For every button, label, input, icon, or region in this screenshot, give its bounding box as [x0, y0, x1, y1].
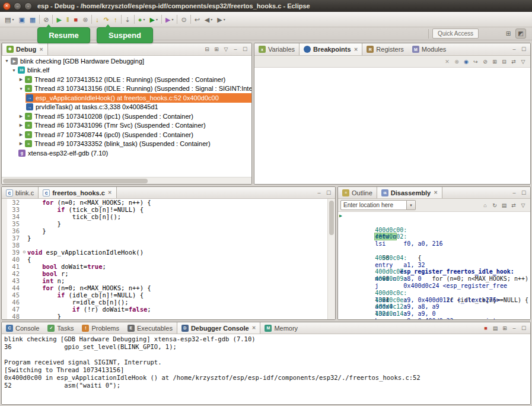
save-all-button[interactable]: ▦ ▾ — [27, 14, 38, 26]
tree-expander-icon[interactable]: ▶ — [18, 77, 24, 82]
minimize-icon[interactable]: – — [231, 45, 240, 54]
breakpoints-content[interactable] — [254, 68, 530, 184]
folding-gutter[interactable]: ⊖ — [21, 306, 27, 313]
home-icon[interactable]: ⌂ — [480, 201, 490, 210]
refresh-icon[interactable]: ↻ — [490, 201, 499, 210]
debug-tree-item[interactable]: esp_vApplicationIdleHook() at freertos_h… — [2, 93, 251, 103]
folding-gutter[interactable]: ⊖ — [21, 199, 27, 206]
disassembly-listing[interactable]: ▶ 400d0c00: retw.n ▶ 400d0c02: lsi f0, a… — [338, 212, 530, 319]
close-tab-icon[interactable]: ✕ — [108, 190, 112, 195]
step-into-button[interactable]: ↓ ▾ — [93, 14, 101, 26]
view-menu-icon[interactable]: ▽ — [518, 201, 528, 210]
folding-gutter[interactable]: ⊖ — [21, 313, 27, 319]
show-source-icon[interactable]: ▤ — [499, 201, 509, 210]
open-console-icon[interactable]: ⊞ — [500, 323, 509, 333]
remove-selected-breakpoints-icon[interactable]: ✕ — [442, 57, 452, 66]
console-output[interactable]: blink checking [GDB Hardware Debugging] … — [2, 334, 530, 404]
disconnect-button[interactable]: ⊗ ▾ — [80, 14, 90, 26]
folding-gutter[interactable]: ⊖ — [21, 291, 27, 299]
disassembly-tab[interactable]: Disassembly ✕ — [377, 187, 442, 198]
external-tools-button[interactable]: ▶ ▾ — [163, 14, 176, 26]
resume-button[interactable]: ▶ ▾ — [54, 14, 63, 26]
go-to-file-for-breakpoint-icon[interactable]: ↪ — [471, 57, 480, 66]
tree-expander-icon[interactable]: ▼ — [18, 87, 24, 91]
debug-tree-hscrollbar[interactable] — [2, 177, 251, 184]
folding-gutter[interactable]: ⊖ — [21, 270, 27, 277]
maximize-icon[interactable]: ☐ — [324, 188, 333, 198]
folding-gutter[interactable]: ⊖ — [21, 213, 27, 220]
hscrollbar-thumb[interactable] — [3, 179, 148, 183]
step-over-button[interactable]: ↷ ▾ — [101, 14, 112, 26]
debug-perspective-icon[interactable]: ◩ — [515, 28, 526, 39]
tasks-tab[interactable]: Tasks ✕ — [43, 322, 78, 334]
collapse-all-icon[interactable]: ⊟ — [202, 45, 212, 54]
debug-tab[interactable]: Debug ✕ — [2, 43, 48, 55]
display-selected-console-icon[interactable]: ▤ — [490, 323, 500, 333]
minimize-icon[interactable]: – — [509, 188, 519, 198]
editor-vscrollbar[interactable] — [327, 199, 335, 319]
tree-expander-icon[interactable]: ▼ — [4, 59, 10, 63]
vscrollbar-thumb[interactable] — [329, 201, 334, 235]
modules-tab[interactable]: Modules ✕ — [408, 43, 451, 55]
memory-tab[interactable]: Memory ✕ — [260, 322, 302, 334]
save-button[interactable]: ▣ ▾ — [16, 14, 27, 26]
debugger-console-tab[interactable]: Debugger Console ✕ — [177, 322, 261, 334]
debug-tree-item[interactable]: ▼ blink.elf — [2, 66, 251, 75]
view-management-icon[interactable]: ⊞ — [212, 45, 221, 54]
close-tab-icon[interactable]: ✕ — [39, 47, 43, 52]
registers-tab[interactable]: Registers ✕ — [362, 43, 407, 55]
debug-tree-item[interactable]: ▶ Thread #5 1073410208 (ipc1) (Suspended… — [2, 112, 251, 121]
minimize-icon[interactable]: – — [509, 45, 519, 54]
skip-all-breakpoints-icon[interactable]: ⊘ — [480, 57, 490, 66]
window-minimize-button[interactable] — [14, 2, 21, 10]
close-tab-icon[interactable]: ✕ — [434, 190, 438, 195]
view-menu-icon[interactable]: ▽ — [518, 57, 528, 66]
collapse-all-icon[interactable]: ⊟ — [499, 57, 509, 66]
step-return-button[interactable]: ↑ ▾ — [112, 14, 120, 26]
blink-c-tab[interactable]: blink.c ✕ — [2, 187, 38, 198]
debug-tree-item[interactable]: ▶ Thread #6 1073431096 (Tmr Svc) (Suspen… — [2, 121, 251, 131]
folding-gutter[interactable]: ⊖ — [21, 220, 27, 227]
tree-expander-icon[interactable]: ▶ — [18, 114, 24, 119]
folding-gutter[interactable]: ⊖ — [21, 263, 27, 270]
expand-all-icon[interactable]: ⊞ — [490, 57, 499, 66]
minimize-icon[interactable]: – — [314, 188, 324, 198]
debug-tree-item[interactable]: ▶ Thread #2 1073413512 (IDLE : Running) … — [2, 75, 251, 84]
remove-all-breakpoints-icon[interactable]: ⊗ — [452, 57, 461, 66]
instruction-stepping-button[interactable]: ⇣ ▾ — [123, 14, 133, 26]
folding-gutter[interactable]: ⊖ — [21, 299, 27, 306]
sync-with-active-debug-context-icon[interactable]: ⇄ — [509, 201, 518, 210]
problems-tab[interactable]: Problems ✕ — [78, 322, 123, 334]
fold-collapse-icon[interactable]: ⊖ — [23, 249, 26, 255]
forward-button[interactable]: ▶ ▾ — [215, 14, 227, 26]
folding-gutter[interactable]: ⊖ — [21, 234, 27, 242]
window-maximize-button[interactable] — [24, 2, 32, 10]
tree-expander-icon[interactable]: ▶ — [18, 123, 24, 128]
tree-expander-icon[interactable]: ▼ — [11, 68, 17, 72]
console-tab[interactable]: Console ✕ — [2, 322, 43, 334]
search-button[interactable]: ⊙ ▾ — [179, 14, 189, 26]
maximize-icon[interactable]: ☐ — [519, 188, 528, 198]
outline-tab[interactable]: Outline ✕ — [338, 187, 377, 198]
tree-expander-icon[interactable]: ▶ — [18, 141, 24, 146]
debug-tree-item[interactable]: ▼ Thread #3 1073413156 (IDLE : Running) … — [2, 84, 251, 94]
location-input[interactable]: Enter location here — [340, 200, 407, 210]
suspend-button[interactable]: ‖ ▾ — [64, 14, 72, 26]
skip-all-breakpoints-button[interactable]: ⊘ ▾ — [41, 14, 51, 26]
breakpoints-tab[interactable]: Breakpoints ✕ — [299, 43, 362, 55]
maximize-icon[interactable]: ☐ — [519, 323, 528, 333]
close-tab-icon[interactable]: ✕ — [354, 47, 358, 52]
folding-gutter[interactable]: ⊖ — [21, 206, 27, 213]
location-dropdown-icon[interactable]: ▼ — [407, 200, 416, 210]
link-with-debug-view-icon[interactable]: ⇄ — [509, 57, 518, 66]
debug-tree-item[interactable]: ▶ Thread #7 1073408744 (ipc0) (Suspended… — [2, 130, 251, 139]
debug-button[interactable]: ● ▾ — [136, 14, 148, 26]
debug-tree-item[interactable]: xtensa-esp32-elf-gdb (7.10) — [2, 148, 251, 158]
quick-access-button[interactable]: Quick Access — [432, 28, 479, 39]
folding-gutter[interactable]: ⊖ — [21, 256, 27, 263]
back-button[interactable]: ◀ ▾ — [202, 14, 215, 26]
terminate-button[interactable]: ■ ▾ — [71, 14, 80, 26]
view-menu-icon[interactable]: ▽ — [221, 45, 231, 54]
freertos-hooks-c-tab[interactable]: freertos_hooks.c ✕ — [38, 187, 116, 198]
terminate-icon[interactable]: ■ — [481, 323, 490, 333]
